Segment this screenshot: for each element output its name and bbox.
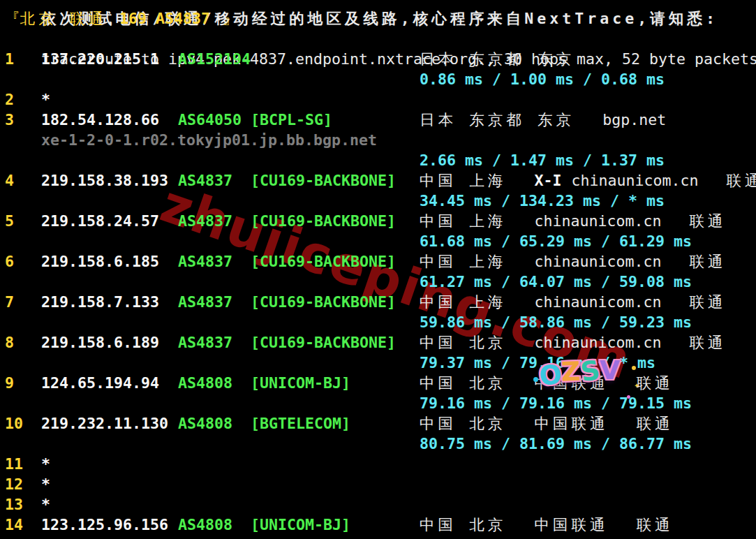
- geo-segment: 中国 北京: [420, 413, 506, 434]
- geo-segment: 中国 北京: [420, 373, 506, 393]
- hop-geo-info: 中国 北京chinaunicom.cn联通: [420, 332, 727, 353]
- hop-asn-tag: [CU169-BACKBONE]: [251, 211, 396, 231]
- hop-asn-tag: [UNICOM-BJ]: [251, 373, 350, 393]
- geo-segment: bgp.net: [602, 110, 666, 130]
- hop-ip: *: [41, 494, 50, 515]
- hop-ip: 219.158.38.193: [41, 170, 168, 191]
- hop-number: 6: [5, 251, 14, 272]
- sticker-letter: Z: [561, 358, 581, 385]
- hop-latency-row: 2.66 ms / 1.47 ms / 1.37 ms: [5, 150, 756, 170]
- header-route-name: 北京 联通: [20, 10, 119, 27]
- hop-asn: AS4837: [178, 332, 232, 353]
- header-open-bracket: 『: [5, 10, 20, 27]
- hop-geo-info: 中国 北京中国联通联通: [420, 413, 674, 434]
- geo-segment: 联通: [637, 413, 674, 434]
- hop-asn: AS4808: [178, 413, 232, 434]
- hop-latency-row: 61.27 ms / 64.07 ms / 59.08 ms: [5, 272, 756, 292]
- hop-number: 2: [5, 89, 14, 110]
- hop-row: 3182.54.128.66AS64050[BCPL-SG]日本 东京都 东京b…: [5, 110, 756, 130]
- hop-latency: 81.32 ms / 81.30 ms / 81.36 ms: [420, 535, 692, 539]
- hop-latency: 80.75 ms / 81.69 ms / 86.77 ms: [420, 434, 692, 454]
- geo-segment: chinaunicom.cn: [534, 332, 661, 353]
- hop-number: 3: [5, 110, 14, 130]
- hop-number: 7: [5, 292, 14, 312]
- hop-row: 1137.220.215.1AS152194日本 东京都 东京: [5, 49, 756, 69]
- hop-latency: 61.27 ms / 64.07 ms / 59.08 ms: [420, 272, 692, 292]
- geo-segment: X-I: [534, 170, 561, 191]
- hop-asn-tag: [BGTELECOM]: [251, 413, 350, 434]
- hop-latency-row: 81.32 ms / 81.30 ms / 81.36 ms: [5, 535, 756, 539]
- hop-latency: 79.16 ms / 79.16 ms / 79.15 ms: [420, 393, 692, 413]
- hop-ip: 219.158.7.133: [41, 292, 159, 312]
- hop-ip: 219.158.6.185: [41, 251, 159, 272]
- hop-asn: AS4808: [178, 515, 232, 535]
- previous-output-clipped-line: 依次测试电信/联通/移动经过的地区及线路,核心程序来自NextTrace,请知悉…: [5, 0, 756, 8]
- hop-number: 1: [5, 49, 14, 69]
- hop-number: 4: [5, 170, 14, 191]
- hop-asn-tag: [CU169-BACKBONE]: [251, 292, 396, 312]
- hop-row: 11*: [5, 454, 756, 474]
- hop-asn-tag: [CU169-BACKBONE]: [251, 170, 396, 191]
- header-plan-asn: 169 AS4837: [119, 10, 210, 27]
- hop-row: 12*: [5, 474, 756, 494]
- hop-geo-info: 中国 北京中国联通联通: [420, 515, 674, 535]
- hop-ip: *: [41, 89, 50, 110]
- hop-row: 7219.158.7.133AS4837[CU169-BACKBONE]中国 上…: [5, 292, 756, 312]
- hop-ip: 219.158.6.189: [41, 332, 159, 353]
- geo-segment: 联通: [689, 332, 726, 353]
- hop-ip: 219.232.11.130: [41, 413, 168, 434]
- hop-asn: AS4808: [178, 373, 232, 393]
- geo-segment: chinaunicom.cn: [534, 292, 661, 312]
- hop-geo-info: 中国 上海chinaunicom.cn联通: [420, 211, 727, 231]
- hop-row: 6219.158.6.185AS4837[CU169-BACKBONE]中国 上…: [5, 251, 756, 272]
- hop-latency: 59.86 ms / 58.86 ms / 59.23 ms: [420, 312, 692, 332]
- hop-row: 14123.125.96.156AS4808[UNICOM-BJ]中国 北京中国…: [5, 515, 756, 535]
- geo-segment: 联通: [689, 251, 726, 272]
- hop-latency-row: 0.86 ms / 1.00 ms / 0.68 ms: [5, 69, 756, 89]
- hop-row: 5219.158.24.57AS4837[CU169-BACKBONE]中国 上…: [5, 211, 756, 231]
- geo-segment: 联通: [689, 211, 726, 231]
- geo-segment: chinaunicom.cn: [571, 170, 698, 191]
- hop-geo-info: 中国 上海X-Ichinaunicom.cn联通: [420, 170, 756, 191]
- geo-segment: 中国 北京: [420, 332, 506, 353]
- route-header-line: 『北京 联通 169 AS4837 』: [5, 8, 756, 29]
- hop-ip: 124.65.194.94: [41, 373, 159, 393]
- hop-asn-tag: [CU169-BACKBONE]: [251, 332, 396, 353]
- geo-segment: 联通: [637, 515, 674, 535]
- hop-row: 8219.158.6.189AS4837[CU169-BACKBONE]中国 北…: [5, 332, 756, 353]
- hop-geo-info: 日本 东京都 东京: [420, 49, 575, 69]
- hop-latency: 61.68 ms / 65.29 ms / 61.29 ms: [420, 231, 692, 251]
- geo-segment: 中国 上海: [420, 211, 506, 231]
- sticker-confetti-dot: [632, 366, 636, 370]
- geo-segment: 中国联通: [534, 515, 608, 535]
- hop-number: 8: [5, 332, 14, 353]
- geo-segment: 日本 东京都 东京: [420, 49, 575, 69]
- geo-segment: chinaunicom.cn: [534, 211, 661, 231]
- hop-latency: 0.86 ms / 1.00 ms / 0.68 ms: [420, 69, 665, 89]
- hop-list: 1137.220.215.1AS152194日本 东京都 东京0.86 ms /…: [5, 49, 756, 539]
- hop-number: 13: [5, 494, 23, 515]
- hop-latency-row: 59.86 ms / 58.86 ms / 59.23 ms: [5, 312, 756, 332]
- hop-geo-info: 中国 上海chinaunicom.cn联通: [420, 292, 727, 312]
- hop-geo-info: 中国 上海chinaunicom.cn联通: [420, 251, 727, 272]
- hop-asn: AS152194: [178, 49, 251, 69]
- hop-number: 5: [5, 211, 14, 231]
- hop-ip: 182.54.128.66: [41, 110, 159, 130]
- hop-number: 14: [5, 515, 23, 535]
- hop-asn-tag: [BCPL-SG]: [251, 110, 332, 130]
- geo-segment: 联通: [726, 170, 756, 191]
- hop-row: 13*: [5, 494, 756, 515]
- geo-segment: 中国 北京: [420, 515, 506, 535]
- hop-asn: AS64050: [178, 110, 242, 130]
- geo-segment: 中国 上海: [420, 251, 506, 272]
- hop-row: 2*: [5, 89, 756, 110]
- sticker-sparkle-icon: ✦: [634, 379, 639, 390]
- hop-latency-row: 79.37 ms / 79.16 ms / * ms: [5, 353, 756, 373]
- geo-segment: 联通: [689, 292, 726, 312]
- hop-ip: 123.125.96.156: [41, 515, 168, 535]
- hop-number: 12: [5, 474, 23, 494]
- hop-ip: *: [41, 474, 50, 494]
- header-close-bracket: 』: [210, 10, 242, 27]
- hop-row: 10219.232.11.130AS4808[BGTELECOM]中国 北京中国…: [5, 413, 756, 434]
- sticker-confetti-dot: [533, 377, 538, 382]
